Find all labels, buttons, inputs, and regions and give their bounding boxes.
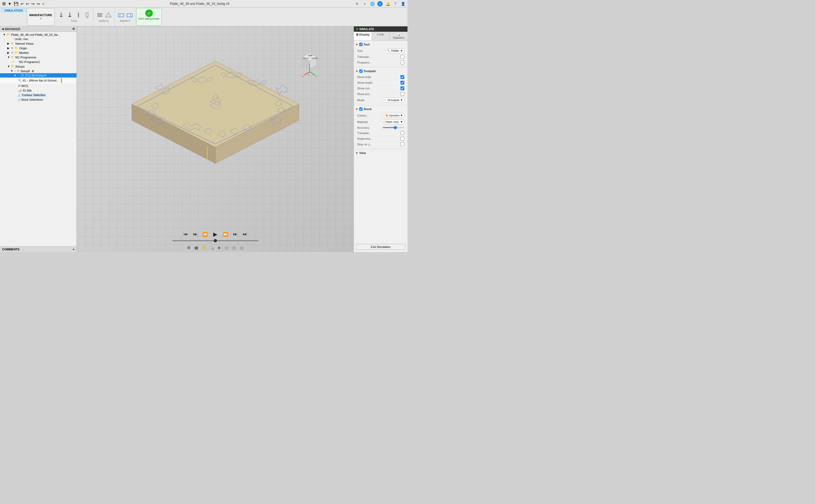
tree-item-setups[interactable]: ▼ 📁 Setups <box>0 64 76 69</box>
tab-info[interactable]: ℹ Info <box>372 32 390 40</box>
tree-item-contour[interactable]: △ Contour Selection <box>0 93 76 97</box>
viewport[interactable]: TOP FRONT RIGHT Z X Y ⏮ ⏭ ⏪ ▶ <box>77 26 354 252</box>
tree-item-origin[interactable]: ▶ 👁 📁 Origin <box>0 46 76 50</box>
inspect-icon1[interactable] <box>117 12 125 19</box>
bell-icon[interactable]: 🔔 <box>385 1 390 6</box>
tool-programr-checkbox[interactable] <box>400 61 404 64</box>
browser-back-icon[interactable]: ◀ <box>2 27 4 30</box>
mode-dropdown[interactable]: 〰 All toolpath ▼ <box>383 98 404 102</box>
tree-item-setup8[interactable]: ▼ ✓ ⚙ Setup8 <box>0 69 76 73</box>
viewport-view-icon[interactable]: ◻ <box>224 244 230 251</box>
comments-add-icon[interactable]: + <box>73 248 74 251</box>
globe-icon[interactable]: 🌐 <box>370 1 375 6</box>
help-icon[interactable]: ? <box>393 1 398 6</box>
browser-settings-icon[interactable]: ⚙ <box>72 27 75 31</box>
tree-item-models[interactable]: ▶ 👁 📁 Models <box>0 50 76 55</box>
setups-expand[interactable]: ▼ <box>7 65 10 68</box>
regenera-row: Regenera... <box>357 136 404 142</box>
viewport-zoom-icon[interactable]: 🔍 <box>208 244 215 251</box>
sim-prev-button[interactable]: ⏭ <box>191 230 199 238</box>
redo2-icon[interactable]: ↪ <box>37 2 40 6</box>
regenera-checkbox[interactable] <box>400 137 404 141</box>
viewport-fit-icon[interactable]: ⊕ <box>216 244 222 251</box>
viewport-render-icon[interactable]: ◻ <box>231 244 238 251</box>
accuracy-slider[interactable] <box>383 127 404 128</box>
named-views-expand[interactable]: ▶ <box>7 42 10 45</box>
tree-item-nc-programme[interactable]: ▼ 📁 NC-Programme <box>0 55 76 59</box>
undo2-icon[interactable]: ↩ <box>26 2 29 6</box>
toolpath-section-header[interactable]: ▼ Toolpath <box>355 68 406 74</box>
tab-statistics[interactable]: 📊 Statistics <box>390 32 408 40</box>
tree-item-wcs[interactable]: ⊕ WCS <box>0 83 76 88</box>
setup8-expand[interactable]: ▼ <box>11 69 13 72</box>
display-icon1[interactable] <box>96 12 103 19</box>
sim-progress-slider[interactable] <box>172 240 259 241</box>
tree-item-root[interactable]: ▼ 📁 Platte_48_48 und Platte_48_24_far... <box>0 32 76 37</box>
show-leads-checkbox[interactable] <box>400 81 404 85</box>
colorization-dropdown[interactable]: 🎨 Operation ▼ <box>384 113 404 118</box>
material-dropdown[interactable]: Plastic Vinyl ▼ <box>384 120 404 124</box>
tree-item-t1[interactable]: ▼ ✓ [T1] 2D-Kontur4 <box>0 73 76 78</box>
statistics-tab-icon: 📊 <box>397 33 400 36</box>
nc-programme-expand[interactable]: ▼ <box>7 56 10 59</box>
tool-dropdown[interactable]: 🔧 Holder ▼ <box>385 48 404 53</box>
user-badge-icon[interactable]: 1 <box>377 1 383 6</box>
sim-skip-start-button[interactable]: ⏮ <box>182 230 189 238</box>
display-icon2[interactable] <box>104 12 112 19</box>
t1-expand[interactable]: ▼ <box>14 74 16 77</box>
close-icon[interactable]: ✕ <box>355 1 360 6</box>
manufacture-button[interactable]: MANUFACTURE ▼ <box>27 8 55 26</box>
tree-item-tool1[interactable]: 🔧 #1 – Ø4mm flat (4-Schnei... <box>0 78 76 83</box>
add-icon[interactable]: + <box>362 1 367 6</box>
view-section-header[interactable]: ▼ View <box>355 150 406 156</box>
tool-icon1[interactable] <box>57 12 65 19</box>
tool-section-checkbox[interactable] <box>359 43 363 46</box>
inspect-icon2[interactable] <box>126 12 133 19</box>
exit-simulation-button[interactable]: ✓ EXIT SIMULATION <box>136 8 162 26</box>
app-menu-icon[interactable]: ▼ <box>8 2 12 6</box>
viewport-camera-icon[interactable]: ✋ <box>201 244 207 251</box>
simulation-tab[interactable]: SIMULATION <box>1 8 26 13</box>
exit-sim-panel-button[interactable]: Exit Simulation <box>356 244 405 250</box>
tool-section-header[interactable]: ▼ Tool <box>355 42 406 47</box>
sim-step-back-button[interactable]: ⏪ <box>201 230 209 238</box>
svg-rect-2 <box>69 13 70 16</box>
toolpath-section-checkbox[interactable] <box>359 69 363 73</box>
tree-item-size[interactable]: 📊 41.6kb <box>0 88 76 93</box>
svg-text:Z: Z <box>308 74 309 76</box>
tab-display[interactable]: 🖥 Display <box>354 32 372 40</box>
account-icon[interactable]: 👤 <box>400 1 405 6</box>
sim-play-button[interactable]: ▶ <box>211 230 220 239</box>
sim-step-forward-button[interactable]: ⏩ <box>222 230 229 238</box>
show-cut-checkbox[interactable] <box>400 86 404 90</box>
origin-expand[interactable]: ▶ <box>7 47 10 50</box>
stock-section-checkbox[interactable] <box>359 107 363 111</box>
stock-transparent-checkbox[interactable] <box>400 131 404 135</box>
sim-next-button[interactable]: ⏭ <box>232 230 239 238</box>
svg-text:X: X <box>302 75 304 78</box>
show-poi-checkbox[interactable] <box>400 92 404 96</box>
stock-section-header[interactable]: ▼ Stock <box>355 106 406 112</box>
show-links-checkbox[interactable] <box>400 75 404 79</box>
svg-text:Y: Y <box>316 75 317 78</box>
expand-icon[interactable]: ▼ <box>3 33 6 36</box>
redo-icon[interactable]: ↪ <box>31 2 34 6</box>
tree-item-stock[interactable]: △ Stock Selections <box>0 97 76 102</box>
models-expand[interactable]: ▶ <box>7 51 10 54</box>
tool-icon3[interactable] <box>75 12 82 19</box>
undo-icon[interactable]: ↩ <box>20 2 24 6</box>
sim-skip-end-button[interactable]: ⏭ <box>241 230 249 238</box>
tool-icon4[interactable] <box>83 12 91 19</box>
viewport-more-icon[interactable]: ◻ <box>239 244 245 251</box>
tool-icon2[interactable] <box>66 12 74 19</box>
app-grid-icon[interactable]: ⊞ <box>2 1 6 6</box>
stop-on-checkbox[interactable] <box>400 142 404 146</box>
viewport-grid-icon[interactable]: ▦ <box>193 244 200 251</box>
tree-item-units[interactable]: 📄 Units: mm <box>0 37 76 41</box>
tree-item-named-views[interactable]: ▶ 📁 Named Views <box>0 41 76 46</box>
tool-transparent-checkbox[interactable] <box>400 55 404 59</box>
tree-item-nc-programm1[interactable]: ⚠ 📄 NC-Programm1 <box>0 59 76 64</box>
viewport-settings-icon[interactable]: ⚙ <box>186 244 192 251</box>
save-icon[interactable]: 💾 <box>14 2 18 6</box>
stock-section-chevron: ▼ <box>356 108 358 111</box>
